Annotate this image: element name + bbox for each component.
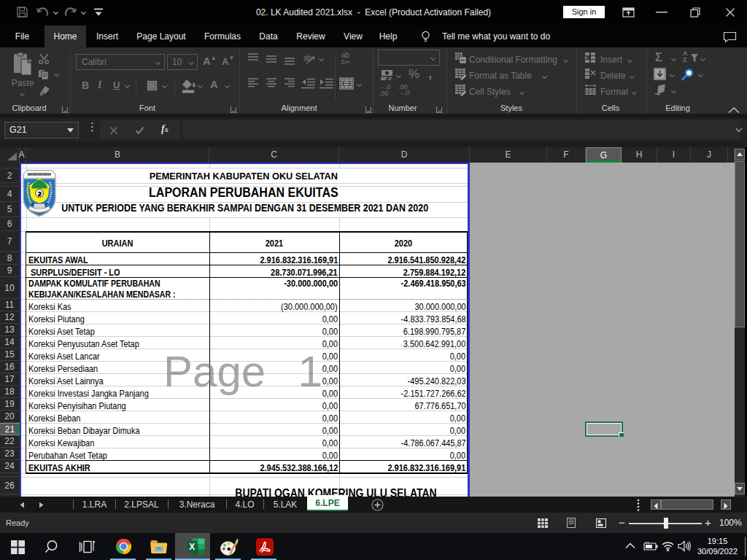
svg-text:ab: ab (303, 54, 312, 62)
svg-text:X: X (189, 542, 195, 552)
